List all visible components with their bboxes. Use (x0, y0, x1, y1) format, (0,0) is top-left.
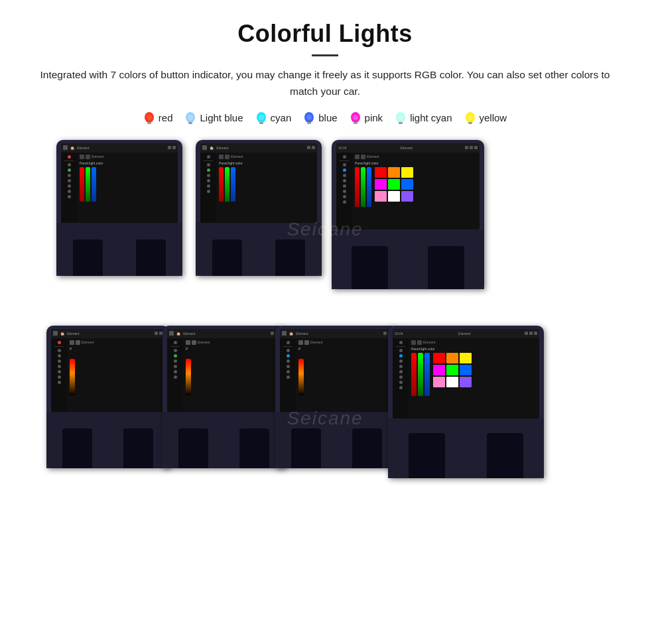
page-title: Colorful Lights (27, 20, 623, 48)
device-row2-4: 20:04 Element (388, 326, 544, 478)
svg-rect-4 (188, 122, 192, 124)
yellow-label: yellow (480, 112, 507, 123)
svg-point-17 (398, 115, 403, 120)
lightcyan-label: light cyan (410, 112, 452, 123)
svg-rect-19 (468, 122, 472, 124)
red-bulb-icon (143, 111, 155, 125)
device-rows: Seicane 🏠 Element (27, 140, 623, 511)
svg-point-5 (188, 115, 193, 120)
svg-rect-16 (399, 122, 403, 124)
svg-point-14 (353, 115, 358, 120)
color-red: red (143, 111, 173, 125)
device-row1-1: 🏠 Element (56, 140, 182, 276)
yellow-bulb-icon (464, 111, 476, 125)
row2: Seicane 🏠 Element (27, 326, 623, 511)
svg-rect-10 (307, 122, 311, 124)
svg-point-8 (259, 115, 264, 120)
device-row1-2: 🏠 Element (196, 140, 322, 276)
svg-rect-1 (147, 122, 151, 124)
color-blue: blue (303, 111, 337, 125)
color-lightblue: Light blue (184, 111, 243, 125)
svg-rect-13 (354, 122, 358, 124)
cyan-bulb-icon (255, 111, 267, 125)
description-text: Integrated with 7 colors of button indic… (27, 67, 623, 100)
color-cyan: cyan (255, 111, 292, 125)
color-labels: red Light blue cyan blue (27, 111, 623, 125)
lightblue-bulb-icon (184, 111, 196, 125)
page-container: Colorful Lights Integrated with 7 colors… (0, 0, 650, 525)
svg-rect-7 (259, 122, 263, 124)
device-row2-2: 🏠 Element (162, 326, 285, 468)
lightcyan-bulb-icon (395, 111, 407, 125)
svg-point-11 (306, 115, 312, 120)
device-row1-3: 20:04 Element (332, 140, 484, 289)
blue-bulb-icon (303, 111, 315, 125)
device-row2-1: 🏠 Element (46, 326, 169, 468)
pink-label: pink (365, 112, 383, 123)
blue-label: blue (318, 112, 337, 123)
title-divider (312, 54, 338, 56)
color-yellow: yellow (464, 111, 507, 125)
color-pink: pink (350, 111, 383, 125)
title-section: Colorful Lights (27, 20, 623, 56)
red-label: red (159, 112, 173, 123)
lightblue-label: Light blue (200, 112, 243, 123)
pink-bulb-icon (350, 111, 361, 125)
cyan-label: cyan (271, 112, 292, 123)
color-lightcyan: light cyan (395, 111, 452, 125)
row1: Seicane 🏠 Element (27, 140, 623, 319)
svg-point-20 (468, 115, 473, 120)
device-row2-3: 🏠 Element (275, 326, 398, 468)
svg-point-2 (147, 115, 152, 120)
